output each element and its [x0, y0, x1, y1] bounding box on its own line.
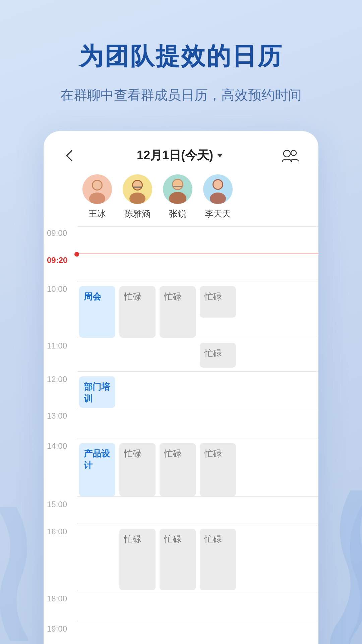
- time-label: 10:00: [44, 284, 67, 294]
- svg-point-14: [173, 180, 182, 189]
- time-col: 09:20: [44, 254, 77, 281]
- grid-area: 周会 忙碌 忙碌: [77, 281, 318, 338]
- person-col-4: 忙碌: [198, 284, 238, 318]
- person-col-3: [158, 341, 198, 368]
- date-title[interactable]: 12月1日(今天): [137, 147, 223, 164]
- grid-area: [77, 621, 318, 644]
- person-col-2: 忙碌: [117, 441, 158, 496]
- deco-wave-left: [0, 507, 50, 641]
- event-block-busy[interactable]: 忙碌: [160, 286, 196, 338]
- time-row-1300: 13:00: [44, 408, 318, 438]
- event-label: 忙碌: [204, 533, 222, 545]
- grid-area: [77, 591, 318, 621]
- grid-area: [77, 226, 318, 254]
- person-col-4: 忙碌: [198, 527, 238, 590]
- event-block-busy[interactable]: 忙碌: [119, 443, 156, 496]
- person-col-4: [198, 497, 238, 524]
- event-block-weekly-meeting[interactable]: 周会: [79, 286, 115, 338]
- time-col: 09:00: [44, 226, 77, 254]
- event-label: 忙碌: [204, 347, 222, 359]
- avatar: [123, 174, 152, 204]
- time-row-1800: 18:00: [44, 591, 318, 621]
- person-col-1: [77, 341, 117, 368]
- svg-point-5: [93, 181, 102, 190]
- person-col-2: [117, 341, 158, 368]
- time-row-1200: 12:00 部门培训: [44, 371, 318, 408]
- member-name: 张锐: [169, 208, 186, 220]
- date-label: 12月1日(今天): [137, 147, 213, 164]
- svg-rect-10: [133, 186, 142, 188]
- avatar: [163, 174, 192, 204]
- grid-area: 产品设计 忙碌 忙碌 忙碌: [77, 438, 318, 496]
- person-col-3: [158, 621, 198, 644]
- event-label: 忙碌: [164, 291, 182, 303]
- person-col-4: [198, 227, 238, 254]
- grid-area: [77, 496, 318, 524]
- svg-point-1: [291, 150, 296, 156]
- time-row-1900: 19:00: [44, 621, 318, 644]
- event-block-busy[interactable]: 忙碌: [119, 286, 156, 338]
- person-col-1: [77, 254, 117, 281]
- person-col-2: [117, 408, 158, 438]
- event-label: 忙碌: [124, 533, 141, 545]
- time-label: 12:00: [44, 375, 67, 384]
- event-block-busy[interactable]: 忙碌: [160, 443, 196, 496]
- group-members-button[interactable]: [281, 148, 300, 164]
- person-col-3: [158, 591, 198, 621]
- event-block-busy[interactable]: 忙碌: [200, 443, 236, 496]
- person-col-1: [77, 591, 117, 621]
- hero-title: 为团队提效的日历: [79, 40, 283, 72]
- event-label: 忙碌: [124, 448, 141, 460]
- event-block-busy[interactable]: 忙碌: [200, 286, 236, 318]
- event-block-busy[interactable]: 忙碌: [119, 529, 156, 590]
- person-col-3: 忙碌: [158, 441, 198, 496]
- time-col: 10:00: [44, 281, 77, 294]
- time-row-0900: 09:00: [44, 226, 318, 254]
- time-row-1100: 11:00 忙碌: [44, 338, 318, 371]
- person-col-2: [117, 374, 158, 401]
- person-col-4: 忙碌: [198, 441, 238, 496]
- time-label: 11:00: [44, 341, 67, 351]
- time-row-1400: 14:00 产品设计 忙碌 忙碌: [44, 438, 318, 496]
- member-item: 张锐: [158, 174, 198, 220]
- current-time-line: [77, 254, 318, 281]
- person-col-1: [77, 621, 117, 644]
- time-col: 14:00: [44, 438, 77, 451]
- person-col-1: [77, 527, 117, 553]
- event-label: 忙碌: [204, 448, 222, 460]
- person-col-2: [117, 497, 158, 524]
- person-col-1: 产品设计: [77, 441, 117, 496]
- schedule-container: 09:00 09:20: [44, 226, 318, 644]
- hero-subtitle: 在群聊中查看群成员日历，高效预约时间: [60, 86, 302, 104]
- person-col-1: [77, 497, 117, 524]
- back-chevron-icon: [66, 150, 77, 161]
- event-block-busy[interactable]: 忙碌: [200, 529, 236, 590]
- event-block-busy[interactable]: 忙碌: [200, 343, 236, 368]
- event-label: 忙碌: [124, 291, 141, 303]
- person-col-3: [158, 374, 198, 401]
- grid-area: 部门培训: [77, 371, 318, 408]
- time-label: 13:00: [44, 411, 67, 421]
- event-block-product-design[interactable]: 产品设计: [79, 443, 115, 496]
- person-col-2: [117, 591, 158, 621]
- time-row-0920: 09:20: [44, 254, 318, 281]
- event-block-dept-training[interactable]: 部门培训: [79, 376, 115, 408]
- time-row-1000: 10:00 周会 忙碌: [44, 281, 318, 338]
- svg-point-9: [133, 181, 142, 190]
- event-label: 周会: [84, 291, 101, 303]
- svg-rect-15: [173, 186, 182, 187]
- time-row-1600: 16:00 忙碌 忙碌: [44, 524, 318, 591]
- time-col: 12:00: [44, 371, 77, 384]
- card-header: 12月1日(今天): [44, 131, 318, 174]
- event-block-busy[interactable]: 忙碌: [160, 529, 196, 590]
- back-button[interactable]: [62, 148, 78, 164]
- dropdown-arrow-icon: [217, 154, 223, 157]
- person-col-1: 部门培训: [77, 374, 117, 408]
- person-col-4: [198, 254, 238, 281]
- person-col-2: 忙碌: [117, 284, 158, 338]
- current-time-label: 09:20: [44, 256, 67, 265]
- member-name: 陈雅涵: [124, 208, 150, 220]
- member-name: 王冰: [88, 208, 106, 220]
- event-label: 产品设计: [84, 448, 111, 471]
- event-label: 忙碌: [204, 291, 222, 303]
